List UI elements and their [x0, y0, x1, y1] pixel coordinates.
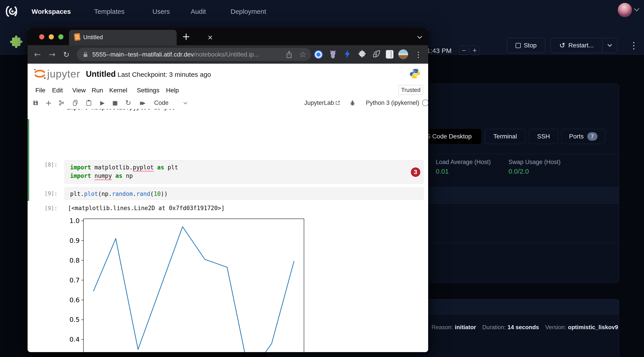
zoom-in-button[interactable]: + [470, 46, 479, 55]
screen: Workspaces Templates Users Audit Deploym… [0, 0, 644, 357]
tab-ports[interactable]: Ports 7 [562, 129, 605, 144]
tab-terminal[interactable]: Terminal [485, 129, 526, 144]
bug-icon [350, 100, 356, 106]
new-tab-button[interactable]: + [182, 30, 190, 43]
code-line: plt.plot(np.random.rand(10)) [70, 190, 168, 198]
run-cell-button[interactable]: ▶ [98, 96, 107, 109]
cell-output-prompt: [9]: [28, 205, 58, 212]
selected-cell-indicator [28, 119, 29, 201]
copy-cell-button[interactable] [70, 96, 80, 109]
external-link-icon[interactable] [335, 100, 340, 106]
jupyter-logo [34, 67, 46, 80]
code-cell[interactable]: plt.plot(np.random.rand(10)) [64, 188, 424, 200]
browser-menu-icon[interactable]: ⋮ [414, 45, 423, 64]
bolt-extension-icon[interactable] [344, 49, 351, 59]
coder-logo[interactable] [4, 4, 19, 19]
browser-window: Untitled × + ← → ↻ 5555--main--test--mat… [28, 28, 428, 352]
cut-cell-button[interactable] [57, 96, 66, 109]
lock-icon [82, 51, 88, 58]
extensions-puzzle-icon[interactable] [358, 50, 366, 58]
chevron-down-icon[interactable] [634, 8, 640, 12]
restart-kernel-button[interactable]: ↻ [123, 96, 133, 109]
reload-button[interactable]: ↻ [62, 45, 71, 64]
leaf-extension-icon[interactable] [372, 50, 380, 58]
paste-cell-button[interactable] [84, 96, 94, 109]
menu-settings[interactable]: Settings [137, 86, 159, 94]
nav-workspaces[interactable]: Workspaces [32, 7, 71, 16]
scissors-icon [58, 100, 65, 106]
cell-type-select[interactable]: Code [154, 96, 169, 109]
menu-run[interactable]: Run [92, 86, 103, 94]
jupyter-brand: jupyter [47, 68, 80, 80]
tab-ssh[interactable]: SSH [529, 129, 558, 144]
minimize-window-button[interactable] [49, 34, 54, 40]
build-info-row: Reason:initiator Duration:14 seconds Ver… [432, 324, 618, 331]
svg-text:0.7: 0.7 [70, 276, 80, 284]
restart-workspace-button[interactable]: ↺ Restart... [551, 38, 602, 53]
restart-run-all-button[interactable]: ▶▶ [136, 96, 147, 109]
browser-tab[interactable]: Untitled × [69, 30, 177, 45]
menu-kernel[interactable]: Kernel [109, 86, 127, 94]
close-window-button[interactable] [39, 34, 44, 40]
interrupt-kernel-button[interactable]: ■ [110, 96, 120, 109]
browser-toolbar: ← → ↻ 5555--main--test--matifali.atif.cd… [28, 45, 428, 64]
floppy-icon [33, 100, 38, 106]
last-checkpoint: Last Checkpoint: 3 minutes ago [118, 71, 211, 78]
onepassword-extension-icon[interactable] [314, 50, 323, 59]
workspace-template-icon [8, 35, 23, 50]
browser-tab-strip: Untitled × + [28, 28, 428, 45]
menu-view[interactable]: View [72, 86, 86, 94]
restart-workspace-split-button: ↺ Restart... [550, 38, 617, 53]
jupyterlab-link[interactable]: JupyterLab [305, 96, 334, 109]
debugger-bug-icon[interactable] [348, 96, 357, 109]
zoom-out-button[interactable]: − [459, 46, 469, 55]
bookmark-star-icon[interactable]: ☆ [298, 48, 307, 61]
menu-file[interactable]: File [36, 86, 46, 94]
cell-input-prompt: [9]: [28, 190, 58, 197]
stop-workspace-button[interactable]: Stop [507, 38, 545, 53]
github-extension-icon[interactable] [328, 50, 337, 59]
svg-text:0.8: 0.8 [70, 256, 80, 264]
code-line: import numpy as np [70, 172, 133, 180]
cell-output-text: [<matplotlib.lines.Line2D at 0x7fd03f191… [68, 205, 224, 212]
user-avatar[interactable] [618, 3, 632, 17]
matplotlib-line-plot: 0.20.30.40.50.60.70.80.91.002468 [64, 217, 309, 352]
nav-templates[interactable]: Templates [94, 7, 124, 16]
chevron-down-icon [607, 44, 612, 47]
clipped-previous-cell: import matplotlib.pyplot as plt [67, 109, 334, 112]
menu-help[interactable]: Help [166, 86, 179, 94]
kernel-name[interactable]: Python 3 (ipykernel) [362, 96, 419, 109]
sidebar-extension-icon[interactable] [386, 50, 394, 58]
swap-usage-value: 0.0/2.0 [508, 168, 529, 175]
share-icon[interactable] [286, 51, 292, 58]
notebook-title[interactable]: Untitled [86, 70, 116, 79]
url-text: 5555--main--test--matifali.atif.cdr.dev/… [92, 51, 259, 58]
stop-square-icon [516, 43, 521, 48]
notebook-favicon [74, 33, 80, 41]
notification-badge[interactable]: 3 [410, 166, 422, 178]
ports-count-badge: 7 [587, 132, 598, 141]
workspace-menu-button[interactable]: ⋮ [629, 40, 638, 51]
forward-button[interactable]: → [47, 45, 57, 64]
chevron-down-icon[interactable] [183, 102, 187, 104]
jupyter-toolbar: + [28, 96, 428, 109]
save-button[interactable] [31, 96, 40, 109]
nav-deployment[interactable]: Deployment [230, 7, 266, 16]
tab-close-icon[interactable]: × [208, 34, 213, 41]
tab-title: Untitled [83, 34, 103, 41]
tab-search-chevron-icon[interactable] [417, 36, 422, 39]
maximize-window-button[interactable] [58, 34, 64, 40]
trusted-button[interactable]: Trusted [398, 85, 423, 95]
restart-dropdown-button[interactable] [602, 38, 617, 53]
browser-profile-avatar[interactable] [398, 50, 408, 59]
build-duration: Duration:14 seconds [482, 324, 539, 331]
code-cell[interactable]: import matplotlib.pyplot as plt import n… [64, 160, 424, 184]
add-cell-button[interactable]: + [44, 96, 54, 109]
nav-users[interactable]: Users [152, 7, 170, 16]
restart-label: Restart... [568, 42, 594, 49]
back-button[interactable]: ← [32, 45, 42, 64]
nav-audit[interactable]: Audit [191, 7, 206, 16]
address-bar[interactable]: 5555--main--test--matifali.atif.cdr.dev/… [77, 48, 311, 61]
kernel-status-indicator [421, 96, 428, 109]
menu-edit[interactable]: Edit [52, 86, 63, 94]
